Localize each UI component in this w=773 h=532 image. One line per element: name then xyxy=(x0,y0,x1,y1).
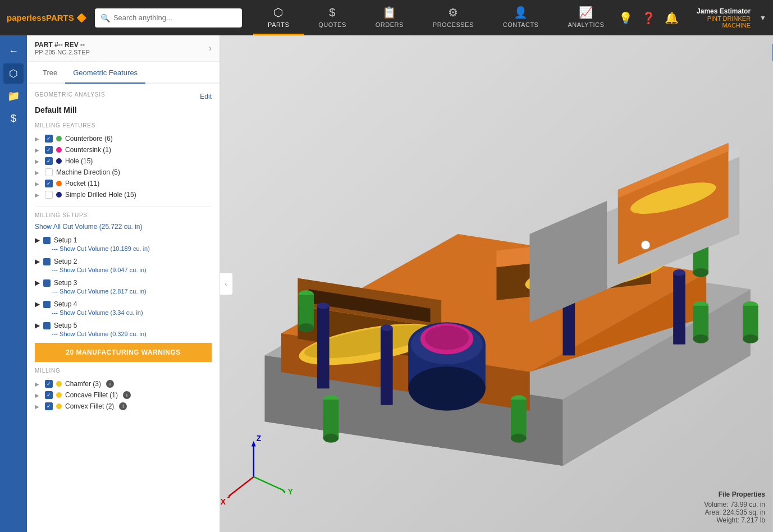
tab-geometric-features[interactable]: Geometric Features xyxy=(65,62,145,84)
search-bar[interactable]: 🔍 xyxy=(95,8,242,27)
hole-checkbox[interactable]: ✓ xyxy=(45,157,53,165)
svg-text:Z: Z xyxy=(257,434,261,443)
expand-simple-drilled-hole-icon[interactable]: ▶ xyxy=(35,192,42,198)
expand-setup-4-icon[interactable]: ▶ xyxy=(35,300,40,308)
nav-item-analytics[interactable]: 📈 ANALYTICS xyxy=(553,0,619,35)
geometric-analysis-label: GEOMETRIC ANALYSIS xyxy=(35,91,105,98)
setup-1-volume-link[interactable]: --- Show Cut Volume (10.189 cu. in) xyxy=(52,245,212,252)
lightbulb-icon[interactable]: 💡 xyxy=(619,11,633,25)
chamfer-info-icon[interactable]: i xyxy=(106,380,114,388)
counterbore-label: Counterbore (6) xyxy=(65,135,113,143)
convex-fillet-checkbox[interactable]: ✓ xyxy=(45,402,53,410)
manufacturing-warnings-banner[interactable]: 20 MANUFACTURING WARNINGS xyxy=(35,343,212,362)
expand-chamfer-icon[interactable]: ▶ xyxy=(35,381,42,387)
3d-model-viewer: Z X Y xyxy=(220,35,773,532)
processes-icon: ⚙ xyxy=(448,6,459,19)
simple-drilled-hole-checkbox[interactable] xyxy=(45,191,53,199)
chamfer-dot xyxy=(56,381,62,387)
list-item: ▶ Simple Drilled Hole (15) xyxy=(35,189,212,200)
3d-viewer-area[interactable]: ‹ ↖ ✏ ⊟ ◻ 🌐 ✂ ⛶ ? CHAT 0 xyxy=(220,35,773,532)
setup-2-header: ▶ Setup 2 xyxy=(35,258,212,265)
machine-direction-checkbox[interactable] xyxy=(45,168,53,176)
file-properties-title: File Properties xyxy=(704,490,765,498)
analytics-icon: 📈 xyxy=(579,6,593,19)
pocket-dot xyxy=(56,181,62,186)
show-all-cut-volume-link[interactable]: Show All Cut Volume (25.722 cu. in) xyxy=(35,223,142,231)
concave-fillet-info-icon[interactable]: i xyxy=(123,391,131,399)
setup-1-item: ▶ Setup 1 --- Show Cut Volume (10.189 cu… xyxy=(35,236,212,252)
expand-concave-fillet-icon[interactable]: ▶ xyxy=(35,392,42,398)
setup-3-label: Setup 3 xyxy=(54,279,77,287)
counterbore-checkbox[interactable]: ✓ xyxy=(45,135,53,143)
expand-part-icon[interactable]: › xyxy=(209,43,212,53)
chamfer-checkbox[interactable]: ✓ xyxy=(45,380,53,388)
panel-content: GEOMETRIC ANALYSIS Edit Default Mill MIL… xyxy=(27,84,219,532)
back-button[interactable]: ← xyxy=(3,41,24,61)
expand-setup-1-icon[interactable]: ▶ xyxy=(35,236,40,244)
expand-setup-5-icon[interactable]: ▶ xyxy=(35,322,40,329)
svg-point-46 xyxy=(381,324,393,331)
expand-convex-fillet-icon[interactable]: ▶ xyxy=(35,403,42,410)
app-logo[interactable]: paperlessPARTS 🔶 xyxy=(7,13,87,23)
convex-fillet-info-icon[interactable]: i xyxy=(119,402,127,410)
concave-fillet-label: Concave Fillet (1) xyxy=(65,391,118,399)
svg-rect-43 xyxy=(317,306,330,388)
divider xyxy=(35,206,212,207)
svg-point-44 xyxy=(317,302,330,309)
svg-point-39 xyxy=(693,268,709,277)
nav-item-contacts[interactable]: 👤 CONTACTS xyxy=(488,0,554,35)
user-company: PINT DRINKER MACHINE xyxy=(688,15,751,29)
hole-dot xyxy=(56,158,62,164)
expand-machine-direction-icon[interactable]: ▶ xyxy=(35,169,42,176)
search-input[interactable] xyxy=(113,13,236,22)
parts-sidebar-button[interactable]: ⬡ xyxy=(3,63,24,84)
collapse-panel-button[interactable]: ‹ xyxy=(220,273,233,295)
svg-point-36 xyxy=(693,334,709,343)
left-panel: PART #-- REV -- PP-205-NC-2.STEP › Tree … xyxy=(27,35,220,532)
setup-4-volume-link[interactable]: --- Show Cut Volume (3.34 cu. in) xyxy=(52,309,212,316)
bell-icon[interactable]: 🔔 xyxy=(665,11,679,25)
setup-2-volume-link[interactable]: --- Show Cut Volume (9.047 cu. in) xyxy=(52,267,212,273)
nav-item-processes[interactable]: ⚙ PROCESSES xyxy=(418,0,488,35)
nav-item-orders[interactable]: 📋 ORDERS xyxy=(361,0,418,35)
svg-rect-49 xyxy=(673,273,685,345)
svg-point-30 xyxy=(323,434,339,443)
logo-icon: 🔶 xyxy=(76,13,87,22)
concave-fillet-checkbox[interactable]: ✓ xyxy=(45,391,53,399)
edit-link[interactable]: Edit xyxy=(200,93,212,100)
countersink-checkbox[interactable]: ✓ xyxy=(45,146,53,154)
list-item: ▶ ✓ Concave Fillet (1) i xyxy=(35,389,212,401)
expand-counterbore-icon[interactable]: ▶ xyxy=(35,136,42,142)
setup-5-volume-link[interactable]: --- Show Cut Volume (0.329 cu. in) xyxy=(52,331,212,337)
setup-4-label: Setup 4 xyxy=(54,300,77,308)
file-area: Area: 224.535 sq. in xyxy=(704,508,765,516)
svg-point-24 xyxy=(425,325,469,350)
pocket-label: Pocket (11) xyxy=(65,180,99,187)
hole-label: Hole (15) xyxy=(65,157,93,165)
folder-sidebar-button[interactable]: 📁 xyxy=(3,86,24,106)
setup-3-volume-link[interactable]: --- Show Cut Volume (2.817 cu. in) xyxy=(52,288,212,295)
expand-pocket-icon[interactable]: ▶ xyxy=(35,181,42,187)
user-info[interactable]: James Estimator PINT DRINKER MACHINE xyxy=(688,7,751,29)
user-chevron-icon[interactable]: ▼ xyxy=(760,14,766,22)
expand-setup-3-icon[interactable]: ▶ xyxy=(35,279,40,287)
countersink-label: Countersink (1) xyxy=(65,146,111,154)
user-name: James Estimator xyxy=(688,7,751,15)
help-circle-icon[interactable]: ❓ xyxy=(642,11,656,25)
expand-hole-icon[interactable]: ▶ xyxy=(35,158,42,164)
tab-tree[interactable]: Tree xyxy=(35,62,65,84)
expand-countersink-icon[interactable]: ▶ xyxy=(35,147,42,153)
expand-setup-2-icon[interactable]: ▶ xyxy=(35,258,40,265)
setup-5-header: ▶ Setup 5 xyxy=(35,322,212,329)
part-file: PP-205-NC-2.STEP xyxy=(35,49,90,56)
nav-item-quotes[interactable]: $ QUOTES xyxy=(304,0,360,35)
pocket-checkbox[interactable]: ✓ xyxy=(45,180,53,187)
top-navigation: paperlessPARTS 🔶 🔍 ⬡ PARTS $ QUOTES 📋 OR… xyxy=(0,0,773,35)
logo-bold: PARTS xyxy=(46,13,74,22)
parts-icon: ⬡ xyxy=(273,6,283,19)
convex-fillet-dot xyxy=(56,403,62,409)
pricing-sidebar-button[interactable]: $ xyxy=(3,108,24,129)
nav-item-parts[interactable]: ⬡ PARTS xyxy=(253,0,304,35)
geometric-analysis-header: GEOMETRIC ANALYSIS Edit xyxy=(35,91,212,101)
setup-1-color xyxy=(43,237,51,244)
